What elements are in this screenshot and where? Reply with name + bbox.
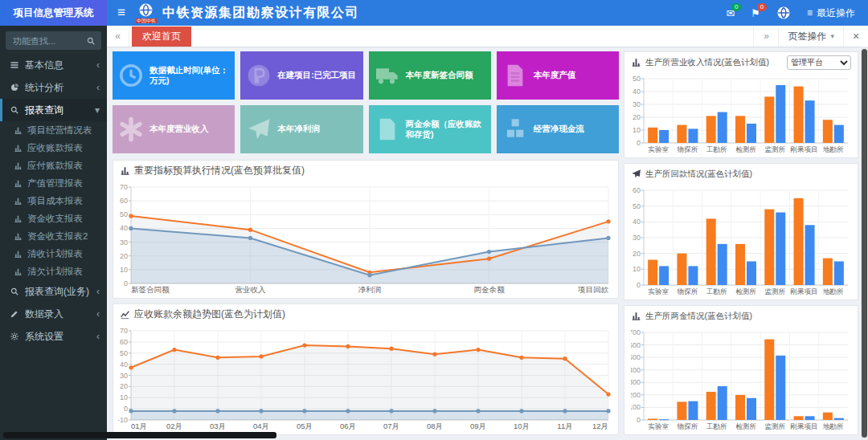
paper-plane-icon <box>631 169 641 179</box>
sidebar-report-item[interactable]: 清欠计划报表 <box>0 263 107 280</box>
sidebar-report-item[interactable]: 应付账款报表 <box>0 157 107 174</box>
svg-text:20: 20 <box>120 252 128 260</box>
sidebar-report-item[interactable]: 清收计划报表 <box>0 245 107 263</box>
svg-text:0: 0 <box>637 139 641 147</box>
company-logo: 中国中铁 <box>136 2 157 23</box>
svg-text:50: 50 <box>633 75 641 83</box>
header-actions: ✉ 0 ⚑ 0 ≡ 最近操作 <box>726 6 868 20</box>
svg-text:50: 50 <box>120 210 128 218</box>
vertical-scrollbar-thumb[interactable] <box>862 49 867 438</box>
kpi-card-two-funds-balance[interactable]: 两金余额（应收账款和存货) <box>369 105 491 153</box>
vertical-scrollbar[interactable] <box>861 47 868 440</box>
horizontal-scrollbar-thumb[interactable] <box>3 432 276 438</box>
svg-text:08月: 08月 <box>427 422 443 430</box>
kpi-card-revenue[interactable]: 本年度营业收入 <box>113 105 235 153</box>
tab-controls: » 页签操作 ▾ × <box>753 26 868 47</box>
svg-text:10: 10 <box>633 265 641 273</box>
sidebar-item-report-query-business[interactable]: 报表查询(业务) ‹ <box>0 280 107 303</box>
clock-icon <box>113 63 149 88</box>
sidebar-item-data-entry[interactable]: 数据录入 ‹ <box>0 303 107 325</box>
caret-down-icon: ▾ <box>830 32 834 40</box>
chevron-left-icon: ‹ <box>96 308 100 320</box>
sidebar-item-label: 项目成本报表 <box>27 195 83 207</box>
svg-text:工勘所: 工勘所 <box>706 145 727 153</box>
panel-ar-trend: 应收账款余额趋势图(蓝色为计划值) -1001020304050607001月0… <box>113 304 619 435</box>
svg-text:20: 20 <box>633 250 641 258</box>
sidebar-report-item[interactable]: 产值管理报表 <box>0 174 107 192</box>
kpi-card-net-cash-flow[interactable]: 经营净现金流 <box>497 105 619 153</box>
svg-text:新签合同额: 新签合同额 <box>131 285 170 294</box>
tabs-scroll-left-button[interactable]: « <box>107 26 129 47</box>
file-text-icon <box>497 63 534 88</box>
svg-text:实验室: 实验室 <box>648 422 669 430</box>
sidebar-report-item[interactable]: 项目成本报表 <box>0 192 107 210</box>
sidebar-toggle-icon[interactable]: ≡ <box>107 0 136 26</box>
mail-button[interactable]: ✉ 0 <box>726 7 735 19</box>
sidebar-item-system-settings[interactable]: 系统设置 ‹ <box>0 325 107 348</box>
sidebar-item-basic-info[interactable]: 基本信息 ‹ <box>0 54 107 76</box>
svg-text:300: 300 <box>628 378 641 386</box>
sidebar-item-label: 资金收支报表 <box>27 213 83 225</box>
expand-button[interactable]: × <box>844 26 868 47</box>
sidebar-report-item[interactable]: 资金收支报表 <box>0 210 107 227</box>
svg-text:500: 500 <box>628 353 641 361</box>
search-icon[interactable] <box>86 36 96 46</box>
tab-operations-label: 页签操作 <box>788 30 826 43</box>
platform-select[interactable]: 管理平台 <box>787 55 851 70</box>
kpi-card-new-contracts[interactable]: 本年度新签合同额 <box>369 51 491 100</box>
search-input[interactable] <box>11 35 83 47</box>
svg-text:06月: 06月 <box>340 422 356 430</box>
svg-text:监测所: 监测所 <box>765 422 786 430</box>
panel-title: 生产所营业收入情况(蓝色计划值) <box>645 57 769 68</box>
svg-text:20: 20 <box>633 113 641 121</box>
tab-welcome-home[interactable]: 欢迎首页 <box>132 26 191 47</box>
svg-text:物探所: 物探所 <box>677 422 698 430</box>
svg-text:09月: 09月 <box>470 422 486 430</box>
svg-text:02月: 02月 <box>166 422 182 430</box>
sidebar-item-statistics[interactable]: 统计分析 ‹ <box>0 76 107 99</box>
svg-text:01月: 01月 <box>131 422 147 430</box>
svg-text:20: 20 <box>120 382 128 390</box>
search-icon <box>10 105 19 115</box>
two-funds-chart: 0100200300400500600700实验室物探所工勘所检测所监测所刚果项… <box>624 326 856 433</box>
sidebar-item-report-query[interactable]: 报表查询 ▾ <box>0 99 107 121</box>
bar-chart-icon <box>14 197 23 206</box>
file-icon <box>369 116 406 142</box>
svg-text:07月: 07月 <box>383 422 399 430</box>
sidebar-report-item[interactable]: 项目经营情况表 <box>0 121 107 139</box>
search-icon <box>10 287 19 296</box>
kpi-label: 数据截止时间(单位：万元) <box>149 65 235 86</box>
kpi-label: 本年度营业收入 <box>149 124 214 134</box>
header-emblem-button[interactable] <box>776 6 791 20</box>
sidebar-menu: 基本信息 ‹ 统计分析 ‹ 报表查询 ▾ 项目经营情况表应收账款报表应付账款报表… <box>0 54 107 348</box>
svg-text:10: 10 <box>633 126 641 134</box>
panel-title: 应收账款余额趋势图(蓝色为计划值) <box>134 308 285 321</box>
recent-operations-button[interactable]: ≡ 最近操作 <box>807 6 855 20</box>
svg-text:地勘所: 地勘所 <box>822 287 844 295</box>
svg-text:12月: 12月 <box>592 422 608 430</box>
tabs-scroll-right-button[interactable]: » <box>753 26 778 47</box>
sidebar-report-item[interactable]: 应收账款报表 <box>0 139 107 157</box>
panel-budget-execution: 重要指标预算执行情况(蓝色预算批复值) 010203040506070新签合同额… <box>113 160 619 299</box>
panel-header: 应收账款余额趋势图(蓝色为计划值) <box>113 304 618 324</box>
kpi-card-output-value[interactable]: 本年度产值 <box>497 51 619 100</box>
sidebar-item-label: 清收计划报表 <box>27 248 83 260</box>
panel-header: 生产所营业收入情况(蓝色计划值) 管理平台 <box>624 52 858 72</box>
app-title: 项目信息管理系统 <box>0 0 107 26</box>
tab-bar: « 欢迎首页 » 页签操作 ▾ × <box>107 26 868 47</box>
notice-button[interactable]: ⚑ 0 <box>751 7 760 19</box>
svg-text:50: 50 <box>633 202 641 210</box>
svg-text:70: 70 <box>120 327 128 335</box>
kpi-card-data-cutoff[interactable]: 数据截止时间(单位：万元) <box>113 51 235 100</box>
kpi-card-projects[interactable]: 在建项目:已完工项目 <box>240 51 362 100</box>
sidebar-search[interactable] <box>6 31 101 50</box>
panel-revenue-by-dept: 生产所营业收入情况(蓝色计划值) 管理平台 01020304050实验室物探所工… <box>624 51 858 158</box>
panel-header: 生产所回款情况(蓝色计划值) <box>624 164 858 184</box>
revenue-chart: 01020304050实验室物探所工勘所检测所监测所刚果项目地勘所 <box>624 72 856 156</box>
svg-text:04月: 04月 <box>253 422 269 430</box>
bar-chart-icon <box>14 214 23 223</box>
svg-text:10: 10 <box>120 266 128 274</box>
tab-operations-dropdown[interactable]: 页签操作 ▾ <box>778 26 844 47</box>
kpi-card-net-profit[interactable]: 本年净利润 <box>240 105 362 153</box>
sidebar-report-item[interactable]: 资金收支报表2 <box>0 227 107 245</box>
